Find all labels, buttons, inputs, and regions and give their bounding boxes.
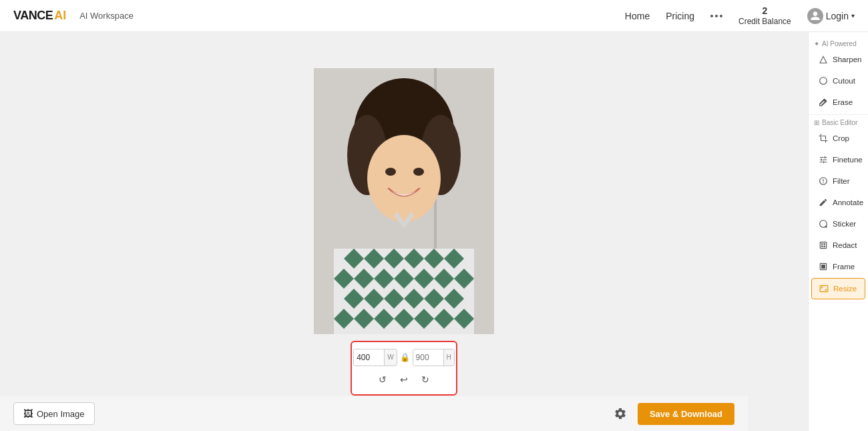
image-container bbox=[314, 68, 494, 334]
svg-rect-40 bbox=[824, 246, 825, 247]
sticker-icon bbox=[818, 219, 829, 229]
basic-editor-section-label: ⊞ Basic Editor bbox=[809, 116, 868, 128]
login-label: Login bbox=[826, 11, 849, 21]
cutout-label: Cutout bbox=[833, 77, 855, 85]
resize-reset-btn[interactable]: ↺ bbox=[375, 372, 391, 388]
sidebar-item-cutout[interactable]: Cutout bbox=[811, 71, 865, 91]
sidebar-item-redact[interactable]: Redact bbox=[811, 235, 865, 255]
login-chevron-icon: ▾ bbox=[851, 12, 855, 19]
image-icon: 🖼 bbox=[23, 408, 33, 419]
svg-point-6 bbox=[367, 135, 441, 222]
sidebar-item-sharpen[interactable]: Sharpen bbox=[811, 49, 865, 69]
resize-label: Resize bbox=[833, 285, 857, 293]
basic-editor-grid-icon: ⊞ bbox=[814, 119, 819, 126]
preview-image bbox=[314, 68, 494, 334]
svg-rect-37 bbox=[821, 243, 823, 245]
photo-overlay bbox=[314, 68, 494, 334]
login-avatar-icon bbox=[807, 8, 823, 24]
logo-vance-text: VANCE bbox=[13, 9, 53, 23]
svg-point-8 bbox=[413, 168, 424, 176]
frame-label: Frame bbox=[833, 263, 855, 271]
dot-1 bbox=[710, 15, 713, 17]
cutout-icon bbox=[818, 76, 829, 86]
sidebar-item-resize[interactable]: Resize bbox=[811, 278, 865, 299]
ai-powered-star-icon: ✦ bbox=[814, 40, 819, 47]
dot-2 bbox=[715, 15, 718, 17]
annotate-label: Annotate bbox=[833, 198, 863, 206]
ai-powered-section-label: ✦ AI Powered bbox=[809, 37, 868, 49]
sharpen-label: Sharpen bbox=[833, 55, 861, 63]
width-label: W bbox=[384, 349, 396, 366]
sidebar-item-erase[interactable]: Erase bbox=[811, 92, 865, 112]
dot-3 bbox=[720, 15, 722, 17]
save-download-button[interactable]: Save & Download bbox=[638, 403, 734, 425]
nav-home[interactable]: Home bbox=[625, 11, 650, 21]
lock-icon[interactable]: 🔒 bbox=[400, 353, 410, 362]
open-image-label: Open Image bbox=[37, 409, 85, 419]
sidebar-item-frame[interactable]: Frame bbox=[811, 257, 865, 277]
height-label: H bbox=[443, 349, 454, 366]
logo[interactable]: VANCE AI bbox=[13, 9, 66, 23]
filter-label: Filter bbox=[833, 177, 850, 185]
credit-label: Credit Balance bbox=[738, 17, 791, 27]
finetune-icon bbox=[818, 154, 829, 165]
resize-undo-btn[interactable]: ↩ bbox=[396, 372, 412, 388]
svg-rect-39 bbox=[821, 246, 823, 247]
annotate-icon bbox=[818, 197, 829, 208]
svg-rect-38 bbox=[824, 243, 825, 245]
sidebar-item-finetune[interactable]: Finetune bbox=[811, 150, 865, 170]
ai-powered-label: AI Powered bbox=[822, 40, 857, 47]
sidebar-divider bbox=[809, 114, 868, 115]
finetune-label: Finetune bbox=[833, 156, 863, 164]
height-input[interactable] bbox=[413, 349, 443, 366]
right-sidebar: ✦ AI Powered Sharpen Cutout Erase ⊞ Basi… bbox=[808, 32, 868, 431]
resize-redo-btn[interactable]: ↻ bbox=[417, 372, 433, 388]
nav-more-dots[interactable] bbox=[710, 15, 722, 17]
right-bottom-actions: Save & Download bbox=[610, 403, 734, 425]
main-layout: W 🔒 H ↺ ↩ ↻ 🖼 Open Image bbox=[0, 32, 868, 431]
width-input[interactable] bbox=[354, 349, 384, 366]
resize-control-panel: W 🔒 H ↺ ↩ ↻ bbox=[351, 341, 457, 396]
nav-pricing[interactable]: Pricing bbox=[666, 11, 694, 21]
erase-icon bbox=[818, 97, 829, 108]
credit-balance: 2 Credit Balance bbox=[738, 5, 791, 27]
crop-label: Crop bbox=[833, 134, 849, 142]
height-input-group: H bbox=[413, 349, 455, 366]
basic-editor-label: Basic Editor bbox=[822, 119, 857, 126]
erase-label: Erase bbox=[833, 98, 853, 106]
sidebar-item-annotate[interactable]: Annotate bbox=[811, 192, 865, 212]
sidebar-item-crop[interactable]: Crop bbox=[811, 128, 865, 148]
bottom-bar: 🖼 Open Image Save & Download bbox=[0, 396, 748, 431]
resize-inputs-row: W 🔒 H bbox=[353, 349, 455, 366]
header-nav: Home Pricing 2 Credit Balance Login ▾ bbox=[625, 5, 855, 27]
filter-icon bbox=[818, 176, 829, 186]
crop-icon bbox=[818, 133, 829, 144]
resize-icon bbox=[819, 283, 829, 294]
width-input-group: W bbox=[353, 349, 397, 366]
header: VANCE AI AI Workspace Home Pricing 2 Cre… bbox=[0, 0, 868, 32]
frame-icon bbox=[818, 261, 829, 272]
canvas-area: W 🔒 H ↺ ↩ ↻ 🖼 Open Image bbox=[0, 32, 808, 431]
sidebar-item-filter[interactable]: Filter bbox=[811, 171, 865, 191]
resize-actions-row: ↺ ↩ ↻ bbox=[375, 372, 433, 388]
sticker-label: Sticker bbox=[833, 220, 856, 228]
sharpen-icon bbox=[818, 54, 829, 65]
logo-ai-text: AI bbox=[54, 9, 66, 23]
settings-icon-btn[interactable] bbox=[610, 403, 631, 424]
workspace-label: AI Workspace bbox=[79, 11, 134, 21]
redact-label: Redact bbox=[833, 241, 857, 249]
sidebar-item-sticker[interactable]: Sticker bbox=[811, 214, 865, 234]
open-image-button[interactable]: 🖼 Open Image bbox=[13, 402, 95, 425]
svg-point-7 bbox=[385, 168, 396, 176]
credit-amount: 2 bbox=[762, 5, 767, 17]
redact-icon bbox=[818, 240, 829, 251]
login-area[interactable]: Login ▾ bbox=[807, 8, 855, 24]
